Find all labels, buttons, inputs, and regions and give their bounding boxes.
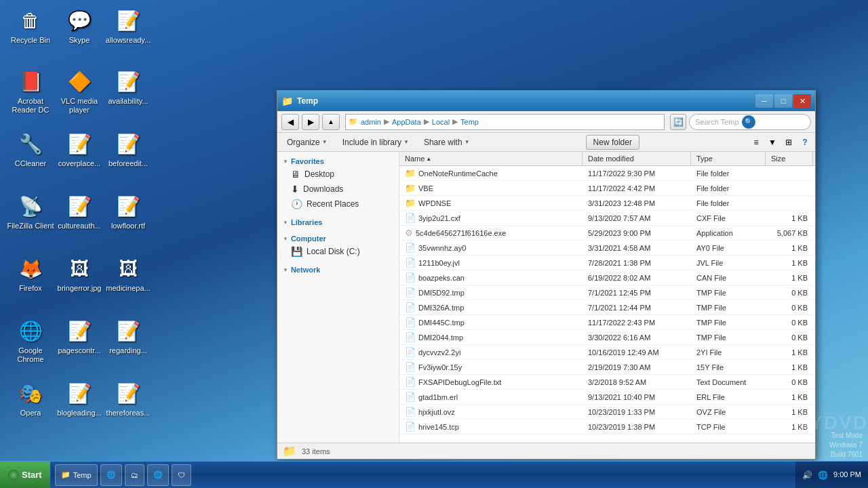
table-row[interactable]: 📄 FXSAPIDebugLogFile.txt 3/2/2018 9:52 A… bbox=[399, 375, 815, 390]
breadcrumb-local[interactable]: Local bbox=[432, 118, 450, 126]
organize-menu[interactable]: Organize ▼ bbox=[280, 136, 334, 149]
back-button[interactable]: ◀ bbox=[281, 114, 299, 130]
desktop-icon-medicinepa[interactable]: 🖼 medicinepa... bbox=[104, 255, 152, 293]
up-button[interactable]: ▲ bbox=[322, 114, 340, 130]
file-date: 11/17/2022 9:30 PM bbox=[583, 168, 691, 179]
file-type: TCP File bbox=[691, 422, 766, 432]
table-row[interactable]: 📁 OneNoteRuntimeCache 11/17/2022 9:30 PM… bbox=[399, 166, 815, 181]
maximize-button[interactable]: □ bbox=[774, 94, 792, 108]
desktop-icon-skype[interactable]: 💬 Skype bbox=[56, 7, 103, 45]
taskbar-security[interactable]: 🛡 bbox=[172, 464, 191, 486]
file-type: TMP File bbox=[691, 302, 766, 313]
taskbar: Start 📁 Temp 🌐 🗂 🌐 🛡 🔊 🌐 9:0 bbox=[0, 461, 868, 488]
table-row[interactable]: 📁 WPDNSE 3/31/2023 12:48 PM File folder bbox=[399, 196, 815, 211]
desktop-icon-chrome[interactable]: 🌐 Google Chrome bbox=[7, 317, 54, 364]
desktop-icon-thereforas[interactable]: 📝 thereforeas... bbox=[104, 380, 152, 418]
desktop-icon-cultureauth[interactable]: 📝 cultureauth... bbox=[56, 192, 103, 230]
column-date[interactable]: Date modified bbox=[583, 152, 691, 165]
availability-icon: 📝 bbox=[115, 68, 142, 95]
desktop-icon-vlc[interactable]: 🔶 VLC media player bbox=[56, 68, 103, 115]
breadcrumb-appdata[interactable]: AppData bbox=[392, 118, 421, 126]
desktop-icon-bringerror[interactable]: 🖼 bringerror.jpg bbox=[56, 255, 103, 293]
share-with-menu[interactable]: Share with ▼ bbox=[417, 136, 477, 149]
libraries-section[interactable]: Libraries bbox=[277, 216, 399, 228]
taskbar-explorer[interactable]: 📁 Temp bbox=[55, 464, 98, 486]
table-row[interactable]: 📄 boazpeks.can 6/19/2022 8:02 AM CAN Fil… bbox=[399, 270, 815, 285]
desktop-icon-blogleading[interactable]: 📝 blogleading... bbox=[56, 380, 103, 418]
file-type: ERL File bbox=[691, 392, 766, 403]
desktop-icon-recycle-bin[interactable]: 🗑 Recycle Bin bbox=[7, 7, 54, 45]
acrobat-icon: 📕 bbox=[17, 68, 44, 95]
desktop-icon-acrobat[interactable]: 📕 Acrobat Reader DC bbox=[7, 68, 54, 115]
test-mode-badge: Test Mode Windows 7 Build 7601 bbox=[829, 431, 863, 460]
taskbar-ie[interactable]: 🌐 bbox=[100, 464, 122, 486]
regarding-label: regarding... bbox=[104, 346, 152, 355]
table-row[interactable]: 📄 gtad1bm.erl 9/13/2021 10:40 PM ERL Fil… bbox=[399, 390, 815, 405]
desktop-icon-beforeedit[interactable]: 📝 beforeedit... bbox=[104, 130, 152, 168]
search-go-button[interactable]: 🔍 bbox=[742, 115, 755, 129]
allowsready-icon: 📝 bbox=[115, 7, 142, 34]
file-date: 10/23/2019 1:33 PM bbox=[583, 407, 691, 418]
breadcrumb-admin[interactable]: admin bbox=[361, 118, 381, 126]
favorites-section[interactable]: Favorites bbox=[277, 155, 399, 167]
desktop-icon-opera[interactable]: 🎭 Opera bbox=[7, 380, 54, 418]
search-box[interactable]: Search Temp 🔍 bbox=[689, 114, 811, 130]
desktop-icon-allowsready[interactable]: 📝 allowsready... bbox=[104, 7, 152, 45]
navigation-pane: Favorites 🖥 Desktop ⬇ Downloads 🕐 Recent… bbox=[277, 152, 399, 443]
network-icon[interactable]: 🌐 bbox=[818, 470, 828, 480]
new-folder-button[interactable]: New folder bbox=[586, 135, 639, 150]
minimize-button[interactable]: ─ bbox=[755, 94, 773, 108]
nav-downloads[interactable]: ⬇ Downloads bbox=[277, 182, 399, 197]
table-row[interactable]: 📄 DMI5D92.tmp 7/1/2021 12:45 PM TMP File… bbox=[399, 285, 815, 300]
column-name[interactable]: Name ▲ bbox=[399, 152, 583, 165]
start-button[interactable]: Start bbox=[0, 462, 51, 488]
table-row[interactable]: 📄 dycvvzv2.2yi 10/16/2019 12:49 AM 2YI F… bbox=[399, 345, 815, 360]
address-bar[interactable]: 📁 admin ▶ AppData ▶ Local ▶ Temp bbox=[345, 114, 665, 130]
speaker-icon[interactable]: 🔊 bbox=[802, 470, 812, 480]
column-type[interactable]: Type bbox=[691, 152, 766, 165]
nav-recent-places[interactable]: 🕐 Recent Places bbox=[277, 197, 399, 211]
nav-local-disk[interactable]: 💾 Local Disk (C:) bbox=[277, 244, 399, 259]
help-button[interactable]: ? bbox=[797, 136, 812, 149]
desktop-icon-filezilla[interactable]: 📡 FileZilla Client bbox=[7, 192, 54, 230]
table-row[interactable]: 📄 35vwnnhz.ay0 3/31/2021 4:58 AM AY0 Fil… bbox=[399, 241, 815, 256]
taskbar-chrome[interactable]: 🌐 bbox=[147, 464, 169, 486]
desktop-icon-availability[interactable]: 📝 availability... bbox=[104, 68, 152, 106]
column-size[interactable]: Size bbox=[766, 152, 813, 165]
close-button[interactable]: ✕ bbox=[793, 94, 811, 108]
table-row[interactable]: ⚙ 5c4de6456271f61616e.exe 5/29/2023 9:00… bbox=[399, 226, 815, 241]
recent-places-nav-icon: 🕐 bbox=[291, 199, 302, 209]
table-row[interactable]: 📄 DMI445C.tmp 11/17/2022 2:43 PM TMP Fil… bbox=[399, 315, 815, 330]
table-row[interactable]: 📄 DMI2044.tmp 3/30/2022 6:16 AM TMP File… bbox=[399, 330, 815, 345]
table-row[interactable]: 📄 DMI326A.tmp 7/1/2021 12:44 PM TMP File… bbox=[399, 300, 815, 315]
table-row[interactable]: 📄 Fv3iyw0r.15y 2/19/2019 7:30 AM 15Y Fil… bbox=[399, 360, 815, 375]
thereforas-icon: 📝 bbox=[115, 380, 142, 407]
nav-desktop[interactable]: 🖥 Desktop bbox=[277, 167, 399, 182]
desktop-icon-coverplace[interactable]: 📝 coverplace... bbox=[56, 130, 103, 168]
file-size: 1 KB bbox=[766, 362, 813, 373]
desktop-icon-firefox[interactable]: 🦊 Firefox bbox=[7, 255, 54, 293]
forward-button[interactable]: ▶ bbox=[302, 114, 319, 130]
view-toggle-button[interactable]: ▼ bbox=[765, 136, 780, 149]
table-row[interactable]: 📁 VBE 11/17/2022 4:42 PM File folder bbox=[399, 181, 815, 196]
table-row[interactable]: 📄 hjxkjutl.ovz 10/23/2019 1:33 PM OVZ Fi… bbox=[399, 405, 815, 420]
view-list-button[interactable]: ≡ bbox=[749, 136, 764, 149]
refresh-button[interactable]: 🔄 bbox=[670, 114, 686, 130]
view-details-button[interactable]: ⊞ bbox=[781, 136, 796, 149]
breadcrumb-temp[interactable]: Temp bbox=[460, 118, 479, 126]
desktop-icon-lowfloor[interactable]: 📝 lowfloor.rtf bbox=[104, 192, 152, 230]
taskbar-folder2[interactable]: 🗂 bbox=[125, 464, 144, 486]
table-row[interactable]: 📄 3yip2u21.cxf 9/13/2020 7:57 AM CXF Fil… bbox=[399, 211, 815, 226]
include-in-library-menu[interactable]: Include in library ▼ bbox=[336, 136, 416, 149]
file-name: VBE bbox=[418, 184, 433, 192]
desktop-icon-ccleaner[interactable]: 🔧 CCleaner bbox=[7, 130, 54, 168]
desktop: 🗑 Recycle Bin 💬 Skype 📝 allowsready... 📕… bbox=[0, 0, 868, 488]
file-size bbox=[766, 202, 813, 205]
network-section[interactable]: Network bbox=[277, 263, 399, 275]
desktop-icon-pagescontr[interactable]: 📝 pagescontr... bbox=[56, 317, 103, 355]
desktop-icon-regarding[interactable]: 📝 regarding... bbox=[104, 317, 152, 355]
computer-section[interactable]: Computer bbox=[277, 232, 399, 244]
table-row[interactable]: 📄 1211b0ey.jvl 7/28/2021 1:38 PM JVL Fil… bbox=[399, 256, 815, 270]
status-bar: 📁 33 items bbox=[277, 443, 815, 459]
table-row[interactable]: 📄 hrive145.tcp 10/23/2019 1:38 PM TCP Fi… bbox=[399, 420, 815, 434]
